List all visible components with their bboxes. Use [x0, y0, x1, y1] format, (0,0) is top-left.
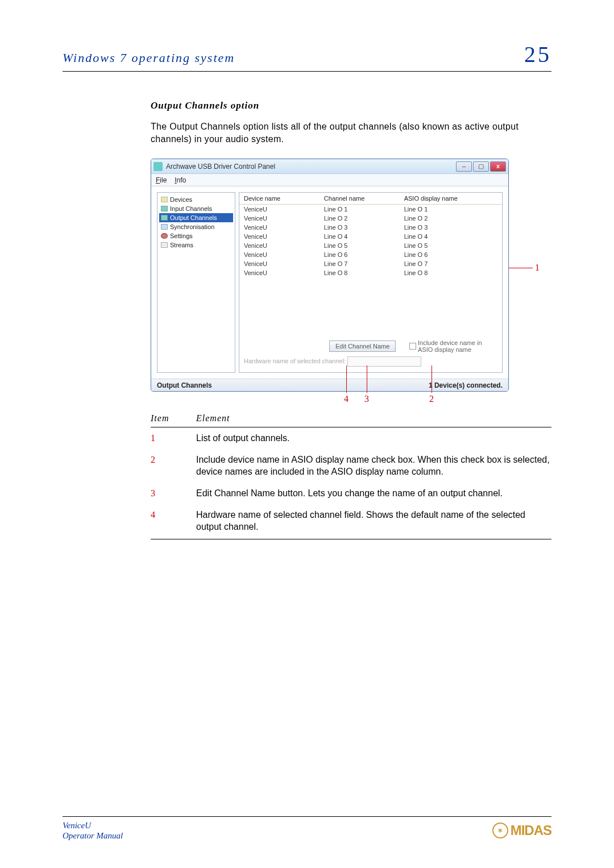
list-row[interactable]: VeniceULine O 5Line O 5: [239, 241, 502, 250]
callout-number-3: 3: [364, 394, 369, 404]
tree-label: Output Channels: [170, 214, 217, 221]
col-asio-name[interactable]: ASIO display name: [404, 195, 497, 202]
table-row: 4Hardware name of selected channel field…: [151, 504, 551, 539]
list-row[interactable]: VeniceULine O 3Line O 3: [239, 223, 502, 232]
tree-label: Input Channels: [170, 205, 212, 212]
settings-icon: [161, 233, 168, 239]
cell-channel: Line O 5: [324, 242, 404, 249]
callout-number-2: 2: [429, 394, 434, 404]
cell-asio: Line O 1: [404, 206, 497, 213]
cell-channel: Line O 4: [324, 233, 404, 240]
tree-streams[interactable]: Streams: [159, 240, 233, 250]
cell-asio: Line O 2: [404, 215, 497, 222]
tree-input-channels[interactable]: Input Channels: [159, 204, 233, 213]
header-title: Windows 7 operating system: [63, 51, 235, 65]
elements-table: Item Element 1List of output channels.2I…: [151, 411, 551, 539]
minimize-button[interactable]: –: [456, 161, 472, 172]
page-header: Windows 7 operating system 25: [63, 41, 551, 72]
list-row[interactable]: VeniceULine O 4Line O 4: [239, 232, 502, 241]
list-row[interactable]: VeniceULine O 8Line O 8: [239, 268, 502, 277]
page-footer: VeniceU Operator Manual ✶ MIDAS: [63, 816, 551, 841]
status-left: Output Channels: [157, 381, 212, 389]
hw-name-label: Hardware name of selected channel:: [244, 358, 346, 364]
statusbar: Output Channels 1 Device(s) connected.: [151, 379, 508, 391]
callout-number-4: 4: [344, 394, 349, 404]
hw-name-field[interactable]: [347, 356, 421, 367]
tree-devices[interactable]: Devices: [159, 195, 233, 204]
table-row: 3Edit Channel Name button. Lets you chan…: [151, 483, 551, 504]
cell-asio: Line O 4: [404, 233, 497, 240]
menu-info[interactable]: Info: [175, 176, 186, 184]
edit-channel-name-button[interactable]: Edit Channel Name: [329, 340, 396, 352]
output-channels-icon: [161, 215, 168, 221]
devices-icon: [161, 197, 168, 202]
th-element: Element: [196, 411, 551, 427]
item-description: Edit Channel Name button. Lets you chang…: [196, 483, 551, 504]
logo-text: MIDAS: [511, 823, 551, 838]
item-description: Include device name in ASIO display name…: [196, 449, 551, 483]
include-device-name-checkbox[interactable]: Include device name in ASIO display name: [409, 339, 497, 353]
callout-line-1: [509, 268, 533, 268]
cell-device: VeniceU: [244, 251, 324, 258]
sync-icon: [161, 224, 168, 230]
close-button[interactable]: x: [490, 161, 506, 172]
app-window: Archwave USB Driver Control Panel – ▢ x …: [151, 159, 509, 392]
cell-device: VeniceU: [244, 206, 324, 213]
titlebar: Archwave USB Driver Control Panel – ▢ x: [151, 159, 508, 174]
cell-channel: Line O 8: [324, 269, 404, 276]
callout-line-4: [346, 366, 347, 393]
list-row[interactable]: VeniceULine O 2Line O 2: [239, 214, 502, 223]
cell-device: VeniceU: [244, 269, 324, 276]
cell-device: VeniceU: [244, 224, 324, 231]
menubar: File Info: [151, 174, 508, 186]
col-device-name[interactable]: Device name: [244, 195, 324, 202]
maximize-button[interactable]: ▢: [473, 161, 489, 172]
cell-device: VeniceU: [244, 260, 324, 267]
callout-line-2: [432, 366, 432, 393]
cell-asio: Line O 7: [404, 260, 497, 267]
checkbox-icon: [409, 343, 416, 350]
list-row[interactable]: VeniceULine O 6Line O 6: [239, 250, 502, 259]
cell-channel: Line O 3: [324, 224, 404, 231]
midas-logo: ✶ MIDAS: [492, 823, 551, 838]
section-heading: Output Channels option: [151, 100, 551, 111]
list-row[interactable]: VeniceULine O 7Line O 7: [239, 259, 502, 268]
item-number: 4: [151, 504, 196, 539]
cell-channel: Line O 1: [324, 206, 404, 213]
cell-device: VeniceU: [244, 215, 324, 222]
cell-device: VeniceU: [244, 242, 324, 249]
input-channels-icon: [161, 206, 168, 211]
list-header: Device name Channel name ASIO display na…: [239, 193, 502, 205]
nav-tree: Devices Input Channels Output Channels S…: [157, 192, 235, 373]
item-number: 3: [151, 483, 196, 504]
checkbox-label: Include device name in ASIO display name: [418, 339, 497, 353]
cell-asio: Line O 8: [404, 269, 497, 276]
footer-product: VeniceU: [63, 820, 123, 830]
tree-settings[interactable]: Settings: [159, 231, 233, 240]
list-row[interactable]: VeniceULine O 1Line O 1: [239, 205, 502, 214]
callout-number-1: 1: [535, 263, 540, 273]
logo-icon: ✶: [492, 823, 508, 838]
callout-line-3: [367, 366, 367, 393]
cell-asio: Line O 5: [404, 242, 497, 249]
cell-device: VeniceU: [244, 233, 324, 240]
tree-label: Streams: [170, 242, 193, 248]
intro-paragraph: The Output Channels option lists all of …: [151, 121, 551, 145]
item-description: List of output channels.: [196, 427, 551, 449]
th-item: Item: [151, 411, 196, 427]
table-row: 1List of output channels.: [151, 427, 551, 449]
page-number: 25: [524, 41, 551, 68]
status-right: 1 Device(s) connected.: [429, 381, 503, 389]
window-title: Archwave USB Driver Control Panel: [166, 163, 456, 171]
menu-file[interactable]: File: [156, 176, 167, 184]
cell-asio: Line O 6: [404, 251, 497, 258]
table-row: 2Include device name in ASIO display nam…: [151, 449, 551, 483]
col-channel-name[interactable]: Channel name: [324, 195, 404, 202]
cell-asio: Line O 3: [404, 224, 497, 231]
item-number: 1: [151, 427, 196, 449]
tree-label: Settings: [170, 232, 193, 239]
screenshot-figure: Archwave USB Driver Control Panel – ▢ x …: [151, 159, 549, 392]
channel-list-pane: Device name Channel name ASIO display na…: [239, 192, 503, 373]
tree-output-channels[interactable]: Output Channels: [159, 213, 233, 222]
tree-synchronisation[interactable]: Synchronisation: [159, 222, 233, 231]
